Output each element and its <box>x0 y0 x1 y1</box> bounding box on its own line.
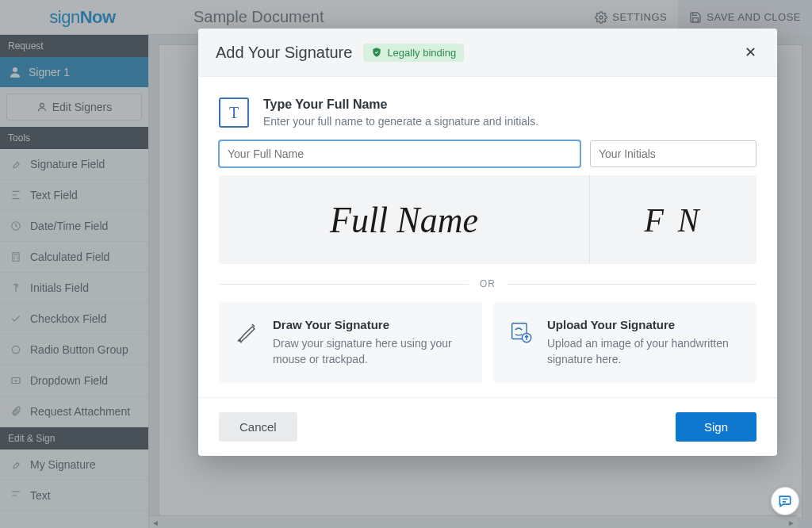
divider-line <box>507 284 756 285</box>
modal-footer: Cancel Sign <box>198 397 777 456</box>
initials-input[interactable] <box>590 140 756 167</box>
inputs-row <box>219 140 756 167</box>
type-section-subtitle: Enter your full name to generate a signa… <box>263 115 538 128</box>
upload-signature-icon <box>508 318 534 346</box>
signature-preview: Full Name <box>219 175 590 264</box>
full-name-input[interactable] <box>219 140 580 167</box>
shield-check-icon <box>371 47 382 58</box>
upload-card-subtitle: Upload an image of your handwritten sign… <box>547 336 742 367</box>
pencil-draw-icon <box>233 318 260 346</box>
option-cards-row: Draw Your Signature Draw your signature … <box>219 302 756 383</box>
draw-card-title: Draw Your Signature <box>273 318 468 331</box>
upload-card-title: Upload Your Signature <box>547 318 742 331</box>
close-icon: ✕ <box>745 44 756 61</box>
signature-preview-row: Full Name F N <box>219 175 756 264</box>
draw-signature-card[interactable]: Draw Your Signature Draw your signature … <box>219 302 482 383</box>
signature-preview-text: Full Name <box>330 198 478 241</box>
cancel-button[interactable]: Cancel <box>219 412 297 442</box>
close-button[interactable]: ✕ <box>741 43 760 62</box>
initials-preview-text: F N <box>644 200 702 239</box>
add-signature-modal: Add Your Signature Legally binding ✕ T T… <box>198 29 777 456</box>
type-section-title: Type Your Full Name <box>263 98 538 112</box>
modal-title: Add Your Signature <box>216 44 352 62</box>
initials-preview: F N <box>590 175 756 264</box>
help-chat-button[interactable] <box>771 487 799 515</box>
legally-binding-badge: Legally binding <box>363 44 464 62</box>
or-label: OR <box>480 278 496 289</box>
upload-signature-card[interactable]: Upload Your Signature Upload an image of… <box>493 302 756 383</box>
divider-line <box>219 284 469 285</box>
or-divider: OR <box>219 278 756 289</box>
sign-button[interactable]: Sign <box>676 412 756 442</box>
chat-icon <box>777 493 793 509</box>
draw-card-subtitle: Draw your signature here using your mous… <box>273 336 468 367</box>
type-section-header: T Type Your Full Name Enter your full na… <box>219 98 756 128</box>
modal-header: Add Your Signature Legally binding ✕ <box>198 29 777 77</box>
type-icon: T <box>219 98 249 128</box>
modal-body: T Type Your Full Name Enter your full na… <box>198 77 777 397</box>
